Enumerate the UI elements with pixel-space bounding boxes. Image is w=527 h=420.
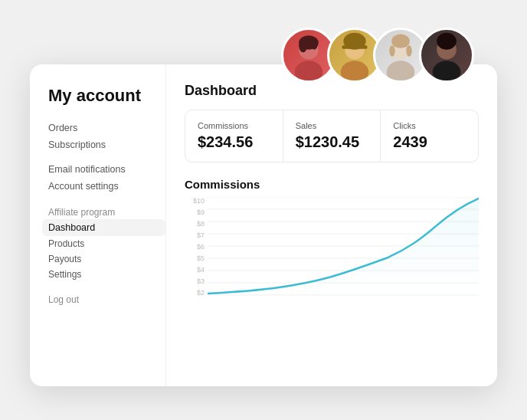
avatars-group [281,28,474,83]
chart-ylabel-2: $2 [185,289,205,297]
sidebar-item-subscriptions[interactable]: Subscriptions [48,136,165,153]
stat-sales: Sales $1230.45 [283,110,381,162]
sidebar-item-dashboard[interactable]: Dashboard [42,219,165,236]
chart-title: Commissions [185,178,479,191]
sidebar-title: My account [48,86,165,106]
stat-clicks: Clicks 2439 [381,110,478,162]
svg-point-6 [341,61,369,80]
chart-svg [208,197,479,297]
stat-commissions: Commissions $234.56 [185,110,283,162]
chart-area: $10 $9 $8 $7 $6 $5 $4 $3 $2 [185,197,479,297]
logout-button[interactable]: Log out [48,294,165,305]
svg-point-10 [387,61,415,80]
chart-ylabel-4: $4 [185,266,205,274]
stat-commissions-label: Commissions [198,121,270,130]
svg-rect-17 [438,67,455,77]
chart-ylabel-8: $8 [185,220,205,228]
svg-point-3 [299,38,307,52]
sidebar-item-email-notifications[interactable]: Email notifications [48,161,165,178]
avatar [419,28,474,83]
svg-point-1 [295,61,323,80]
stat-clicks-value: 2439 [393,133,466,151]
sidebar: My account Orders Subscriptions Email no… [30,64,166,386]
stat-sales-label: Sales [296,121,368,130]
sidebar-item-account-settings[interactable]: Account settings [48,178,165,195]
chart-yaxis: $10 $9 $8 $7 $6 $5 $4 $3 $2 [185,197,205,297]
chart-ylabel-6: $6 [185,243,205,251]
main-content: Dashboard Commissions $234.56 Sales $123… [166,64,497,386]
svg-point-11 [391,34,410,48]
sidebar-item-orders[interactable]: Orders [48,120,165,136]
stat-clicks-label: Clicks [393,121,466,130]
chart-ylabel-7: $7 [185,231,205,239]
affiliate-section: Affiliate program Dashboard Products Pay… [48,202,165,282]
sidebar-item-products[interactable]: Products [48,236,165,251]
chart-ylabel-3: $3 [185,277,205,285]
sidebar-item-payouts[interactable]: Payouts [48,251,165,267]
stat-commissions-value: $234.56 [198,133,270,151]
chart-ylabel-9: $9 [185,208,205,216]
svg-point-4 [311,38,318,50]
sidebar-item-settings[interactable]: Settings [48,267,165,282]
svg-rect-8 [342,45,368,49]
svg-point-13 [406,45,411,57]
account-card: My account Orders Subscriptions Email no… [30,64,497,386]
chart-ylabel-10: $10 [185,197,205,205]
chart-ylabel-5: $5 [185,254,205,262]
svg-point-12 [389,45,394,57]
dashboard-title: Dashboard [185,83,479,99]
stat-sales-value: $1230.45 [296,133,368,151]
affiliate-section-label: Affiliate program [48,202,165,219]
sidebar-section-notifications: Email notifications Account settings [48,161,165,195]
stats-row: Commissions $234.56 Sales $1230.45 Click… [185,110,479,162]
svg-point-16 [437,33,457,50]
